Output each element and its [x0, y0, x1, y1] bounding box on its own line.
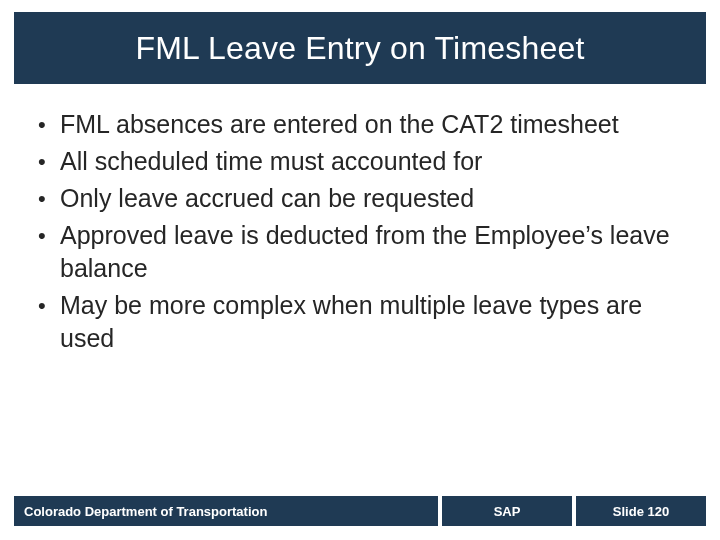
bullet-text: All scheduled time must accounted for: [60, 145, 482, 178]
bullet-text: Approved leave is deducted from the Empl…: [60, 219, 680, 285]
list-item: • Only leave accrued can be requested: [34, 182, 680, 215]
list-item: • May be more complex when multiple leav…: [34, 289, 680, 355]
bullet-icon: •: [34, 145, 60, 178]
bullet-text: May be more complex when multiple leave …: [60, 289, 680, 355]
footer-org: Colorado Department of Transportation: [14, 496, 438, 526]
bullet-icon: •: [34, 108, 60, 141]
list-item: • All scheduled time must accounted for: [34, 145, 680, 178]
footer-slide-number: Slide 120: [576, 496, 706, 526]
list-item: • Approved leave is deducted from the Em…: [34, 219, 680, 285]
slide: FML Leave Entry on Timesheet • FML absen…: [0, 0, 720, 540]
list-item: • FML absences are entered on the CAT2 t…: [34, 108, 680, 141]
bullet-icon: •: [34, 289, 60, 322]
footer-topic: SAP: [442, 496, 572, 526]
bullet-list: • FML absences are entered on the CAT2 t…: [34, 108, 680, 359]
bullet-text: FML absences are entered on the CAT2 tim…: [60, 108, 619, 141]
title-bar: FML Leave Entry on Timesheet: [14, 12, 706, 84]
bullet-icon: •: [34, 182, 60, 215]
bullet-icon: •: [34, 219, 60, 252]
slide-title: FML Leave Entry on Timesheet: [135, 30, 584, 67]
footer: Colorado Department of Transportation SA…: [14, 496, 706, 526]
bullet-text: Only leave accrued can be requested: [60, 182, 474, 215]
